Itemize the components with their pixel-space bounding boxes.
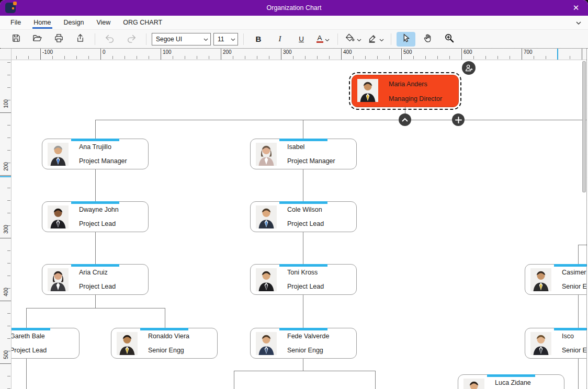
bold-button[interactable]: B — [249, 32, 268, 47]
org-node-fede-valverde[interactable]: Fede ValverdeSenior Engg — [250, 328, 357, 359]
node-accent-bar — [279, 201, 327, 204]
font-family-select[interactable]: Segoe UI — [152, 33, 211, 45]
plus-icon — [455, 117, 462, 123]
ruler-tick — [221, 49, 221, 60]
menu-item-file[interactable]: File — [4, 16, 27, 29]
node-accent-bar — [554, 328, 587, 330]
org-node-casimer[interactable]: CasimerSenior Engg — [525, 264, 587, 295]
org-node-gareth-bale[interactable]: Gareth BaleProject Lead — [12, 328, 80, 359]
employee-name: Casimer — [562, 269, 586, 276]
ruler-label: 600 — [463, 49, 472, 55]
ruler-tick — [497, 56, 498, 59]
ruler-tick — [197, 56, 197, 59]
bold-icon: B — [256, 35, 262, 43]
ruler-tick — [88, 56, 89, 59]
font-color-button[interactable]: A — [313, 32, 332, 47]
menu-item-view[interactable]: View — [90, 16, 117, 29]
org-node-ana-trujillo[interactable]: Ana TrujilloProject Manager — [42, 139, 149, 169]
employee-name: Isabel — [287, 143, 304, 151]
employee-title: Managing Director — [389, 95, 442, 102]
ruler-tick — [582, 49, 582, 60]
add-node-button[interactable] — [452, 113, 465, 126]
font-size-select[interactable]: 11 — [213, 33, 238, 45]
connector-line — [26, 308, 27, 328]
close-button[interactable]: ✕ — [564, 0, 588, 16]
title-bar: Organization Chart ✕ — [0, 0, 588, 16]
redo-button[interactable] — [122, 32, 141, 47]
ruler-tick — [510, 56, 510, 59]
connector-line — [95, 295, 96, 308]
employee-photo — [256, 268, 277, 291]
menu-item-home[interactable]: Home — [27, 16, 57, 29]
underline-button[interactable]: U — [292, 32, 311, 47]
employee-name: Maria Anders — [389, 81, 427, 88]
employee-photo — [48, 268, 69, 291]
fill-color-icon — [345, 33, 355, 45]
ruler-tick — [7, 276, 10, 276]
highlight-color-icon — [367, 33, 378, 45]
org-node-toni-kross[interactable]: Toni KrossProject Lead — [250, 264, 357, 295]
ruler-tick — [161, 49, 161, 60]
connector-line — [95, 169, 96, 201]
employee-name: Cole Wilson — [287, 206, 322, 213]
node-accent-bar — [71, 264, 119, 267]
org-node-isabel[interactable]: IsabelProject Manager — [250, 139, 357, 169]
toolbar-separator — [337, 33, 338, 45]
ruler-tick — [7, 188, 10, 188]
org-node-maria-anders[interactable]: Maria AndersManaging Director — [352, 75, 459, 107]
ruler-tick — [7, 326, 10, 326]
save-button[interactable] — [6, 32, 25, 47]
ruler-label: 700 — [524, 49, 533, 55]
org-node-dwayne-john[interactable]: Dwayne JohnProject Lead — [42, 201, 149, 232]
ruler-label: 100 — [163, 49, 172, 55]
toolbar-separator — [391, 33, 391, 45]
menu-item-org-chart[interactable]: ORG CHART — [117, 16, 168, 29]
fill-color-button[interactable] — [343, 32, 363, 47]
connector-line — [578, 359, 579, 389]
org-node-aria-cruiz[interactable]: Aria CruizProject Lead — [42, 264, 149, 295]
share-icon — [75, 33, 85, 45]
employee-name: Isco — [562, 333, 574, 340]
chevron-down-icon — [357, 35, 361, 44]
connector-line — [303, 295, 303, 328]
employee-photo — [48, 143, 69, 166]
new-node-outline[interactable] — [234, 371, 376, 389]
italic-button[interactable]: I — [270, 32, 289, 47]
employee-name: Ronaldo Viera — [148, 333, 189, 340]
diagram-canvas[interactable]: Maria AndersManaging Director Ana Trujil… — [12, 60, 587, 389]
ruler-tick — [377, 56, 378, 59]
highlight-color-button[interactable] — [366, 32, 386, 47]
toolbar-separator — [146, 33, 146, 45]
add-employee-button[interactable] — [462, 61, 476, 75]
ruler-label: 100 — [0, 96, 12, 111]
employee-name: Gareth Bale — [12, 333, 45, 340]
ruler-tick — [0, 363, 11, 364]
pointer-button[interactable] — [397, 32, 415, 47]
ruler-label: -100 — [42, 49, 53, 55]
undo-button[interactable] — [100, 32, 119, 47]
ruler-tick — [7, 250, 10, 251]
redo-icon — [126, 33, 137, 45]
ruler-tick — [233, 56, 233, 59]
ruler-tick — [425, 56, 426, 59]
ruler-tick — [257, 56, 257, 59]
pan-button[interactable] — [418, 32, 437, 47]
collapse-subtree-button[interactable] — [399, 113, 411, 126]
employee-title: Project Lead — [287, 283, 324, 290]
share-button[interactable] — [71, 32, 89, 47]
vertical-scrollbar-thumb[interactable] — [582, 61, 586, 192]
org-node-cole-wilson[interactable]: Cole WilsonProject Lead — [250, 201, 357, 232]
open-button[interactable] — [28, 32, 47, 47]
employee-photo — [48, 205, 69, 228]
connector-line — [95, 120, 96, 139]
zoom-in-icon — [444, 33, 454, 45]
italic-icon: I — [279, 35, 281, 43]
print-button[interactable] — [49, 32, 68, 47]
ruler-tick — [7, 75, 10, 75]
org-node-ronaldo-viera[interactable]: Ronaldo VieraSenior Engg — [111, 328, 218, 359]
org-node-isco[interactable]: IscoSenior Engg — [525, 328, 587, 359]
menu-overflow-chevron-icon[interactable] — [575, 16, 582, 30]
org-node-luca-zidane[interactable]: Luca Zidane — [458, 374, 564, 389]
zoom-in-button[interactable] — [439, 32, 458, 47]
menu-item-design[interactable]: Design — [58, 16, 91, 29]
